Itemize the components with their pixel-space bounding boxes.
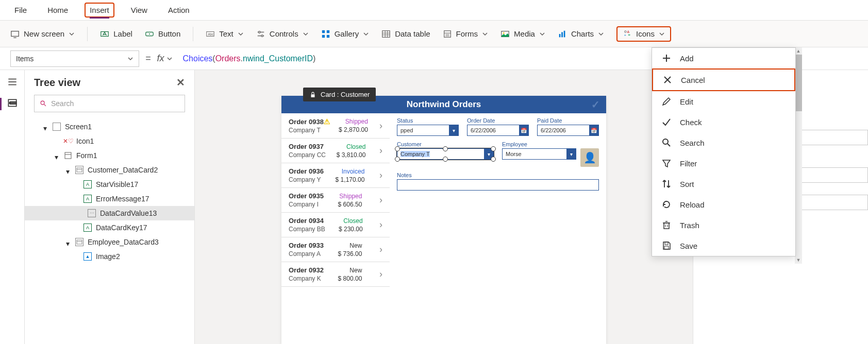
paiddate-input[interactable]: 6/22/2006📅 bbox=[537, 125, 599, 136]
employee-label: Employee bbox=[502, 141, 599, 147]
svg-point-51 bbox=[663, 139, 668, 144]
data-table-icon bbox=[381, 29, 391, 39]
media-button[interactable]: Media bbox=[500, 29, 545, 39]
svg-line-52 bbox=[667, 144, 670, 146]
x-icon bbox=[662, 75, 673, 85]
chevron-right-icon: › bbox=[379, 145, 382, 156]
order-row[interactable]: Order 0937 Company CC Closed $ 3,810.00 … bbox=[281, 139, 390, 163]
tree-view-panel: Tree view ✕ Search ▾Screen1 ✕♡Icon1 ▾For… bbox=[25, 70, 195, 344]
close-icon[interactable]: ✕ bbox=[176, 76, 185, 89]
tree-node-icon1[interactable]: ✕♡Icon1 bbox=[34, 134, 185, 148]
icon-menu-item-cancel[interactable]: Cancel bbox=[652, 68, 795, 91]
chevron-down-icon bbox=[166, 56, 173, 62]
notes-label: Notes bbox=[397, 172, 599, 178]
icon-menu-item-search[interactable]: Search bbox=[652, 132, 795, 153]
lock-icon bbox=[309, 91, 316, 98]
menu-home[interactable]: Home bbox=[43, 4, 72, 16]
svg-rect-27 bbox=[561, 32, 563, 37]
order-row[interactable]: Order 0933 Company A New $ 736.00 › bbox=[281, 237, 390, 262]
text-button[interactable]: Abc Text bbox=[206, 29, 244, 39]
text-label: Text bbox=[219, 29, 233, 38]
gallery-icon bbox=[321, 29, 330, 39]
orderdate-input[interactable]: 6/22/2006📅 bbox=[467, 125, 529, 136]
charts-button[interactable]: Charts bbox=[558, 29, 604, 39]
icon-menu-item-check[interactable]: Check bbox=[652, 112, 795, 132]
icon-menu-item-trash[interactable]: Trash bbox=[652, 215, 795, 235]
svg-rect-14 bbox=[326, 35, 329, 37]
icons-scrollbar[interactable]: ▲ ▼ bbox=[795, 47, 802, 264]
orderdate-label: Order Date bbox=[467, 117, 529, 124]
tree-node-screen1[interactable]: ▾Screen1 bbox=[34, 119, 185, 134]
tree-node-customer-datacard[interactable]: ▾Customer_DataCard2 bbox=[34, 163, 185, 177]
order-detail: Status pped▾ Order Date 6/22/2006📅 Paid … bbox=[390, 113, 606, 287]
tree-node-image2[interactable]: ▲Image2 bbox=[34, 249, 185, 264]
filter-icon bbox=[661, 158, 672, 168]
chevron-right-icon: › bbox=[379, 170, 382, 181]
icon-menu-item-reload[interactable]: Reload bbox=[652, 194, 795, 215]
screen-icon bbox=[10, 29, 20, 39]
icon-menu-item-add[interactable]: Add bbox=[652, 48, 795, 68]
order-row[interactable]: Order 0934 Company BB Closed $ 230.00 › bbox=[281, 213, 390, 237]
svg-point-10 bbox=[261, 35, 263, 37]
new-screen-button[interactable]: New screen bbox=[10, 29, 75, 39]
employee-dropdown[interactable]: Morse▾ bbox=[502, 148, 576, 160]
notes-input[interactable] bbox=[397, 179, 599, 191]
button-button[interactable]: Button bbox=[145, 29, 180, 39]
chevron-down-icon bbox=[238, 31, 244, 37]
customer-dropdown[interactable]: Company T▾ bbox=[397, 148, 494, 160]
search-input[interactable]: Search bbox=[34, 95, 185, 112]
menu-insert[interactable]: Insert bbox=[85, 3, 114, 18]
text-icon: Abc bbox=[206, 29, 215, 39]
chevron-right-icon: › bbox=[379, 121, 382, 131]
tree-node-errormessage[interactable]: AErrorMessage17 bbox=[34, 192, 185, 206]
icons-dropdown-menu: AddCancelEditCheckSearchFilterSortReload… bbox=[652, 47, 796, 256]
chevron-down-icon bbox=[598, 31, 604, 37]
trash-icon bbox=[661, 220, 672, 230]
svg-rect-28 bbox=[564, 30, 565, 37]
svg-rect-13 bbox=[322, 35, 324, 37]
menu-file[interactable]: File bbox=[10, 4, 31, 16]
order-row[interactable]: Order 0935 Company I Shipped $ 606.50 › bbox=[281, 188, 390, 213]
media-label: Media bbox=[514, 29, 535, 38]
chevron-down-icon bbox=[69, 31, 75, 37]
menu-action[interactable]: Action bbox=[164, 4, 194, 16]
svg-point-29 bbox=[625, 30, 627, 32]
reload-icon bbox=[661, 199, 672, 210]
icon-menu-item-sort[interactable]: Sort bbox=[652, 174, 795, 194]
svg-rect-45 bbox=[311, 94, 315, 97]
tree-node-employee-datacard[interactable]: ▾Employee_DataCard3 bbox=[34, 235, 185, 249]
check-icon[interactable]: ✓ bbox=[591, 98, 600, 111]
svg-rect-59 bbox=[664, 246, 669, 249]
property-label: Items bbox=[16, 55, 34, 63]
gallery-label: Gallery bbox=[335, 29, 359, 38]
tree-node-starvisible[interactable]: AStarVisible17 bbox=[34, 177, 185, 192]
app-preview: Northwind Orders ✓ Card : Customer Order… bbox=[281, 96, 606, 344]
order-row[interactable]: Order 0936 Company Y Invoiced $ 1,170.00… bbox=[281, 163, 390, 188]
order-list[interactable]: Order 0938⚠ Company T Shipped $ 2,870.00… bbox=[281, 113, 390, 287]
svg-point-25 bbox=[503, 32, 505, 33]
icon-menu-item-filter[interactable]: Filter bbox=[652, 153, 795, 174]
property-select[interactable]: Items bbox=[10, 50, 139, 67]
order-row[interactable]: Order 0932 Company K New $ 800.00 › bbox=[281, 262, 390, 287]
svg-line-38 bbox=[44, 104, 46, 106]
charts-icon bbox=[558, 29, 567, 39]
status-dropdown[interactable]: pped▾ bbox=[397, 125, 459, 136]
controls-button[interactable]: Controls bbox=[256, 29, 309, 39]
icon-menu-item-save[interactable]: Save bbox=[652, 235, 795, 256]
tree-node-datacardvalue[interactable]: ⋯DataCardValue13 bbox=[25, 206, 194, 220]
forms-button[interactable]: Forms bbox=[443, 29, 489, 39]
tree-node-datacardkey[interactable]: ADataCardKey17 bbox=[34, 220, 185, 235]
svg-point-37 bbox=[41, 101, 44, 105]
gallery-button[interactable]: Gallery bbox=[321, 29, 370, 39]
label-button[interactable]: Label bbox=[100, 29, 132, 39]
tree-view-icon[interactable] bbox=[7, 98, 18, 109]
icons-button[interactable]: + Icons bbox=[616, 26, 671, 42]
tree-node-form1[interactable]: ▾Form1 bbox=[34, 148, 185, 163]
data-table-button[interactable]: Data table bbox=[381, 29, 430, 39]
svg-rect-41 bbox=[77, 168, 82, 172]
order-row[interactable]: Order 0938⚠ Company T Shipped $ 2,870.00… bbox=[281, 113, 390, 139]
hamburger-icon[interactable] bbox=[7, 76, 18, 88]
icon-menu-item-edit[interactable]: Edit bbox=[652, 91, 795, 112]
fx-label[interactable]: fx bbox=[157, 53, 173, 64]
menu-view[interactable]: View bbox=[127, 4, 152, 16]
